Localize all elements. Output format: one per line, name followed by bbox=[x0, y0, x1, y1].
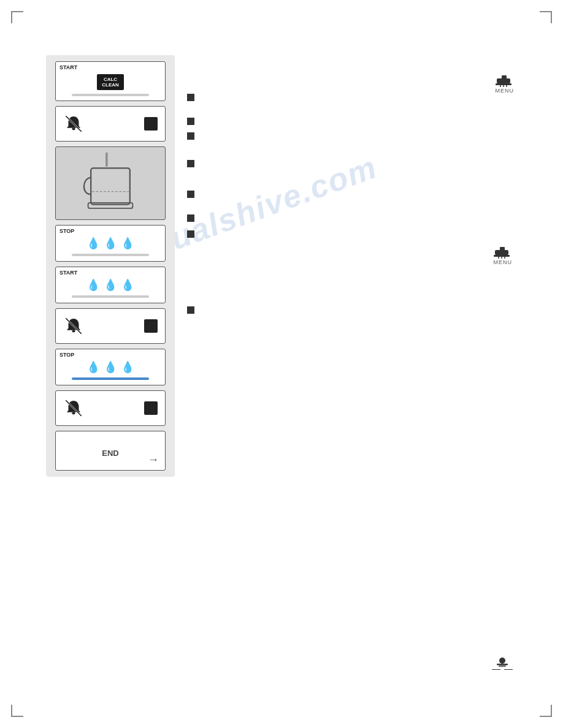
progress-bar-7-blue bbox=[72, 377, 149, 380]
drop-icon-1: 💧 bbox=[86, 237, 100, 250]
no-bell-icon-1 bbox=[63, 113, 84, 134]
progress-bar-1 bbox=[72, 94, 149, 96]
step-bullet-5 bbox=[187, 191, 194, 198]
black-square-3 bbox=[144, 401, 158, 415]
kettle-illustration bbox=[74, 153, 147, 214]
svg-rect-11 bbox=[91, 168, 130, 204]
screen-5-label: START bbox=[59, 270, 77, 276]
corner-mark-tl bbox=[11, 11, 23, 23]
step-bullet-6a bbox=[187, 214, 194, 222]
no-bell-icon-2 bbox=[63, 316, 84, 336]
step-bullet-4 bbox=[187, 160, 194, 167]
main-container: START CALCCLEAN bbox=[46, 55, 512, 477]
corner-mark-tr bbox=[540, 11, 552, 23]
step-row-4 bbox=[187, 148, 500, 179]
svg-rect-14 bbox=[72, 330, 75, 332]
screen-no-bell-3 bbox=[55, 390, 166, 426]
black-square-1 bbox=[144, 117, 158, 131]
black-square-2 bbox=[144, 319, 158, 333]
drop-icon-6: 💧 bbox=[121, 278, 134, 292]
step-row-3 bbox=[187, 113, 500, 148]
screen-start-drops: START 💧 💧 💧 bbox=[55, 267, 166, 303]
drop-icon-7: 💧 bbox=[86, 360, 100, 374]
iron-icon-2 bbox=[494, 245, 512, 259]
bottom-icon-line2 bbox=[504, 669, 513, 670]
screen-photo-kettle bbox=[55, 146, 166, 220]
bottom-icon-line1 bbox=[492, 669, 500, 670]
drop-icon-3: 💧 bbox=[121, 237, 134, 250]
screen-1-label: START bbox=[59, 64, 77, 70]
screen-stop-drops-blue: STOP 💧 💧 💧 bbox=[55, 349, 166, 385]
svg-rect-27 bbox=[497, 664, 508, 665]
menu-label-2: MENU bbox=[494, 259, 513, 265]
screen-7-label: STOP bbox=[59, 352, 74, 358]
calc-clean-button: CALCCLEAN bbox=[97, 74, 124, 90]
screen-no-bell-2 bbox=[55, 308, 166, 344]
svg-rect-6 bbox=[72, 128, 75, 130]
step-row-6 bbox=[187, 210, 500, 246]
drop-icon-2: 💧 bbox=[104, 237, 117, 250]
end-arrow-icon: → bbox=[148, 453, 159, 466]
right-panel: MENU bbox=[175, 55, 512, 477]
corner-mark-bl bbox=[11, 705, 23, 717]
svg-point-26 bbox=[499, 658, 505, 664]
step-bullet-3a bbox=[187, 118, 194, 125]
progress-bar-4 bbox=[72, 254, 149, 256]
step-bullet-2 bbox=[187, 94, 194, 101]
screen-4-label: STOP bbox=[59, 228, 74, 234]
step-bullet-3b bbox=[187, 132, 194, 140]
screen-stop-drops: STOP 💧 💧 💧 bbox=[55, 225, 166, 262]
step-bullet-6b bbox=[187, 230, 194, 238]
bottom-right-icon bbox=[492, 656, 513, 670]
drop-icon-5: 💧 bbox=[104, 278, 117, 292]
progress-bar-5 bbox=[72, 295, 149, 298]
step-row-2 bbox=[187, 82, 500, 113]
no-bell-icon-3 bbox=[63, 398, 84, 419]
step-bullet-9 bbox=[187, 306, 194, 314]
left-panel: START CALCCLEAN bbox=[46, 55, 175, 477]
svg-rect-21 bbox=[500, 247, 505, 251]
svg-rect-28 bbox=[499, 665, 506, 667]
drop-icon-9: 💧 bbox=[121, 360, 134, 374]
screen-end: END → bbox=[55, 431, 166, 471]
svg-rect-12 bbox=[88, 203, 133, 208]
drop-icon-8: 💧 bbox=[104, 360, 117, 374]
steps-wrapper: MENU bbox=[187, 55, 500, 320]
screen-no-bell-1 bbox=[55, 106, 166, 142]
step-row-1 bbox=[187, 58, 500, 82]
svg-rect-17 bbox=[72, 412, 75, 414]
middle-iron-icon: MENU bbox=[494, 245, 513, 265]
bottom-icon-svg bbox=[494, 656, 510, 668]
corner-mark-br bbox=[540, 705, 552, 717]
screen-start-calc-clean: START CALCCLEAN bbox=[55, 61, 166, 101]
end-label: END bbox=[102, 449, 118, 458]
drop-icon-4: 💧 bbox=[86, 278, 100, 292]
photo-arrow bbox=[165, 177, 166, 189]
step-row-5 bbox=[187, 179, 500, 210]
step-row-9 bbox=[187, 246, 500, 320]
